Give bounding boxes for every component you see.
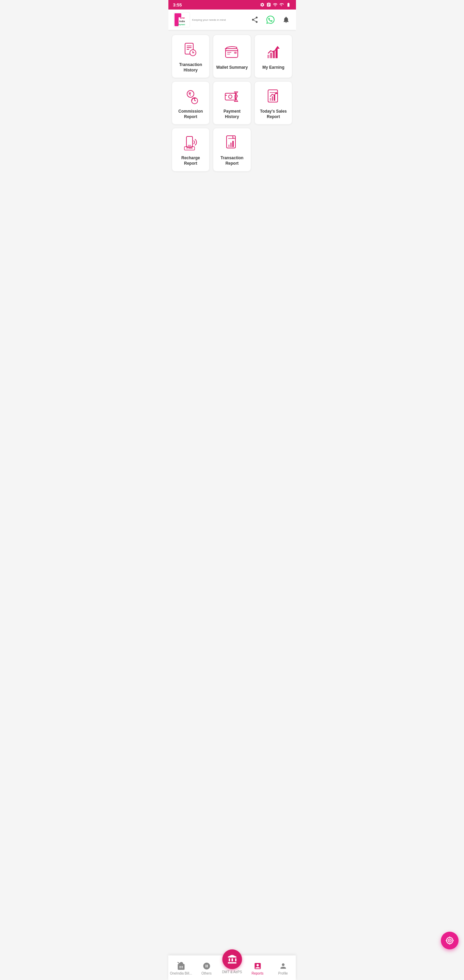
clipboard-status-icon: [266, 2, 271, 7]
svg-rect-19: [270, 53, 272, 58]
transaction-report-icon: [223, 134, 241, 152]
svg-rect-15: [234, 52, 237, 54]
menu-grid: Transaction History Wallet Summary: [168, 30, 296, 176]
svg-text:Payment: Payment: [178, 24, 185, 25]
header-actions: [250, 14, 291, 25]
svg-point-30: [229, 95, 232, 98]
wallet-summary-item[interactable]: Wallet Summary: [213, 35, 251, 78]
battery-status-icon: [286, 2, 291, 7]
transaction-history-item[interactable]: Transaction History: [172, 35, 210, 78]
my-earning-label: My Earning: [262, 65, 284, 70]
todays-sales-label: Today's Sales Report: [257, 109, 289, 119]
commission-report-label: Commission Report: [175, 109, 207, 119]
recharge-report-item[interactable]: Recharge Report: [172, 128, 210, 171]
svg-rect-39: [272, 96, 273, 101]
notification-button[interactable]: [281, 14, 291, 25]
svg-rect-21: [275, 49, 278, 58]
my-earning-icon: [265, 44, 282, 62]
todays-sales-report-item[interactable]: Today's Sales Report: [254, 81, 292, 124]
svg-point-13: [192, 52, 194, 53]
transaction-history-label: Transaction History: [175, 62, 207, 73]
app-logo: one India Payment: [173, 12, 190, 27]
logo-area: one India Payment Keeping your needs in …: [173, 12, 226, 27]
commission-report-item[interactable]: ₹ Commission Report: [172, 81, 210, 124]
svg-rect-42: [186, 137, 192, 147]
svg-rect-29: [225, 93, 235, 100]
wifi-status-icon: [273, 2, 278, 7]
whatsapp-button[interactable]: [265, 14, 275, 25]
svg-text:India: India: [179, 20, 185, 22]
status-icons: [260, 2, 291, 7]
wallet-summary-icon: [223, 44, 241, 62]
payment-history-icon: [223, 88, 241, 105]
svg-text:one: one: [180, 16, 185, 19]
commission-report-icon: ₹: [182, 88, 199, 105]
signal-status-icon: [279, 2, 284, 7]
wallet-summary-label: Wallet Summary: [216, 65, 248, 70]
app-header: one India Payment Keeping your needs in …: [168, 10, 296, 30]
logo-tagline: Keeping your needs in mind: [192, 18, 226, 21]
settings-status-icon: [260, 2, 265, 7]
share-button[interactable]: [250, 14, 260, 25]
transaction-report-item[interactable]: Transaction Report: [213, 128, 251, 171]
todays-sales-icon: [265, 88, 282, 105]
payment-history-label: Payment History: [216, 109, 248, 119]
svg-rect-49: [228, 145, 230, 147]
svg-text:₹: ₹: [189, 92, 191, 97]
payment-history-item[interactable]: Payment History: [213, 81, 251, 124]
recharge-report-label: Recharge Report: [175, 156, 207, 166]
svg-rect-38: [270, 98, 271, 101]
status-time: 3:55: [173, 2, 182, 8]
svg-marker-22: [275, 46, 280, 49]
svg-point-45: [186, 148, 188, 149]
recharge-report-icon: [182, 134, 199, 152]
transaction-report-label: Transaction Report: [216, 156, 248, 166]
svg-rect-51: [232, 141, 234, 147]
svg-rect-50: [230, 143, 232, 147]
status-bar: 3:55: [168, 0, 296, 10]
my-earning-item[interactable]: My Earning: [254, 35, 292, 78]
svg-rect-18: [267, 55, 269, 58]
svg-marker-41: [275, 92, 278, 94]
transaction-history-icon: [182, 41, 199, 59]
